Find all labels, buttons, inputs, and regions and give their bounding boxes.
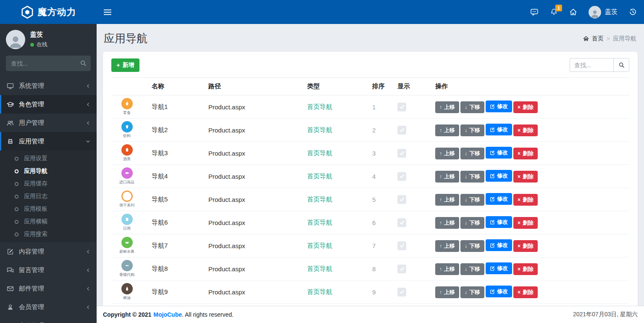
- table-row: 零食导航1Product.aspx首页导航1↑上移↓下移修改×删除: [111, 95, 629, 119]
- visible-checkbox[interactable]: [397, 103, 406, 111]
- sidebar-subitem[interactable]: 应用搜索: [0, 228, 97, 241]
- nav-sort-value: 7: [369, 234, 394, 257]
- nav-name: 导航9: [148, 281, 205, 304]
- move-up-button[interactable]: ↑上移: [435, 124, 459, 136]
- search-button[interactable]: [613, 58, 629, 72]
- sidebar-subitem-label: 应用横幅: [24, 218, 47, 225]
- move-up-button[interactable]: ↑上移: [435, 194, 459, 206]
- move-up-button[interactable]: ↑上移: [435, 171, 459, 183]
- nav-type-link[interactable]: 首页导航: [307, 149, 332, 156]
- sidebar-item[interactable]: 邮件管理: [0, 279, 97, 298]
- table-search-input[interactable]: [570, 58, 613, 72]
- sidebar-subitem[interactable]: 应用设置: [0, 152, 97, 165]
- sidebar-item[interactable]: 系统管理: [0, 77, 97, 95]
- move-down-button[interactable]: ↓下移: [460, 286, 484, 298]
- hamburger-menu-icon[interactable]: [104, 9, 111, 15]
- visible-checkbox[interactable]: [397, 149, 406, 158]
- move-down-button[interactable]: ↓下移: [460, 124, 484, 136]
- edit-button[interactable]: 修改: [486, 147, 512, 159]
- delete-button[interactable]: ×删除: [513, 194, 538, 206]
- home-icon[interactable]: [569, 8, 577, 16]
- visible-checkbox[interactable]: [397, 265, 406, 273]
- sidebar-subitem[interactable]: 应用模板: [0, 203, 97, 215]
- move-down-button[interactable]: ↓下移: [460, 148, 484, 159]
- delete-button[interactable]: ×删除: [513, 171, 538, 183]
- edit-button[interactable]: 修改: [486, 124, 512, 135]
- delete-button[interactable]: ×删除: [513, 148, 538, 159]
- move-down-button[interactable]: ↓下移: [460, 217, 484, 229]
- sidebar-item[interactable]: 内容管理: [0, 242, 97, 261]
- sidebar-subitem[interactable]: 应用日志: [0, 190, 97, 203]
- delete-button[interactable]: ×删除: [513, 263, 538, 275]
- sidebar-item[interactable]: 用户管理: [0, 114, 97, 132]
- edit-button[interactable]: 修改: [486, 262, 512, 274]
- sidebar-item-label: 用户管理: [19, 119, 44, 127]
- nav-type-link[interactable]: 首页导航: [307, 196, 332, 203]
- edit-button[interactable]: 修改: [486, 101, 512, 112]
- category-label: 香烟代购: [119, 272, 134, 278]
- close-icon: ×: [518, 174, 520, 179]
- move-down-button[interactable]: ↓下移: [460, 171, 484, 183]
- sidebar-search-input[interactable]: [6, 56, 91, 71]
- nav-type-link[interactable]: 首页导航: [307, 103, 332, 110]
- edit-icon: [490, 127, 495, 132]
- move-down-button[interactable]: ↓下移: [460, 263, 484, 275]
- brand-logo[interactable]: 魔方动力: [0, 0, 97, 24]
- sidebar-item[interactable]: 角色管理: [0, 95, 97, 114]
- breadcrumb-home-link[interactable]: 首页: [592, 35, 604, 42]
- chevron-left-icon: [85, 286, 91, 291]
- move-down-button[interactable]: ↓下移: [460, 101, 484, 113]
- nav-type-link[interactable]: 首页导航: [307, 172, 332, 180]
- move-up-button[interactable]: ↑上移: [435, 286, 459, 298]
- nav-sort-value: 6: [369, 211, 394, 234]
- visible-checkbox[interactable]: [397, 172, 406, 181]
- sidebar-item[interactable]: 应用管理: [0, 132, 97, 151]
- sidebar-item[interactable]: 会员管理: [0, 298, 97, 316]
- delete-button[interactable]: ×删除: [513, 286, 538, 298]
- desktop-icon: [7, 82, 14, 90]
- user-menu[interactable]: 盖茨: [589, 6, 618, 19]
- delete-button[interactable]: ×删除: [513, 124, 538, 136]
- add-button[interactable]: + 新增: [111, 58, 139, 72]
- nav-path: Product.aspx: [205, 188, 304, 211]
- nav-type-link[interactable]: 首页导航: [307, 219, 332, 226]
- delete-button[interactable]: ×删除: [513, 217, 538, 229]
- drinks-icon: [121, 121, 133, 132]
- notifications-icon[interactable]: 1: [550, 8, 558, 16]
- chat-icon[interactable]: [530, 8, 539, 16]
- edit-button[interactable]: 修改: [486, 216, 512, 228]
- edit-icon: [490, 266, 495, 271]
- edit-button[interactable]: 修改: [486, 193, 512, 205]
- footer-brand-link[interactable]: MojoCube: [153, 311, 182, 318]
- delete-button[interactable]: ×删除: [513, 240, 538, 252]
- sidebar-subitem[interactable]: 应用横幅: [0, 215, 97, 228]
- edit-button[interactable]: 修改: [486, 286, 512, 297]
- sidebar-subitem[interactable]: 应用缓存: [0, 177, 97, 190]
- sidebar-subitem[interactable]: 应用导航: [0, 165, 97, 177]
- move-up-button[interactable]: ↑上移: [435, 148, 459, 159]
- move-up-button[interactable]: ↑上移: [435, 240, 459, 252]
- search-icon[interactable]: [80, 60, 87, 66]
- move-up-button[interactable]: ↑上移: [435, 263, 459, 275]
- move-up-button[interactable]: ↑上移: [435, 217, 459, 229]
- arrow-up-icon: ↑: [439, 197, 442, 202]
- history-icon[interactable]: [629, 8, 637, 16]
- nav-type-link[interactable]: 首页导航: [307, 288, 332, 295]
- delete-button[interactable]: ×删除: [513, 101, 538, 113]
- visible-checkbox[interactable]: [397, 241, 406, 250]
- visible-checkbox[interactable]: [397, 288, 406, 297]
- sidebar-item[interactable]: 支付管理: [0, 316, 97, 323]
- edit-button[interactable]: 修改: [486, 170, 512, 182]
- visible-checkbox[interactable]: [397, 218, 406, 227]
- nav-type-link[interactable]: 首页导航: [307, 242, 332, 249]
- visible-checkbox[interactable]: [397, 126, 406, 135]
- sidebar-item-label: 角色管理: [19, 101, 44, 109]
- move-down-button[interactable]: ↓下移: [460, 194, 484, 206]
- sidebar-item[interactable]: 留言管理: [0, 261, 97, 279]
- edit-button[interactable]: 修改: [486, 239, 512, 251]
- move-up-button[interactable]: ↑上移: [435, 101, 459, 113]
- nav-type-link[interactable]: 首页导航: [307, 126, 332, 133]
- move-down-button[interactable]: ↓下移: [460, 240, 484, 252]
- visible-checkbox[interactable]: [397, 195, 406, 204]
- nav-type-link[interactable]: 首页导航: [307, 265, 332, 272]
